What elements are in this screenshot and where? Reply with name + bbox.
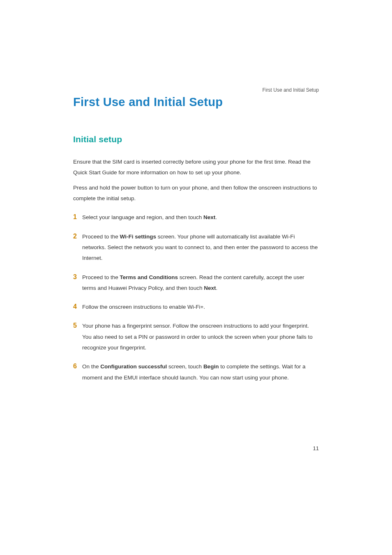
document-page: First Use and Initial Setup First Use an…	[0, 0, 392, 555]
bold-term: Begin	[203, 363, 219, 370]
step-number: 4	[73, 302, 82, 312]
list-item: 6 On the Configuration successful screen…	[73, 361, 319, 383]
page-title: First Use and Initial Setup	[73, 95, 319, 109]
text-run: Select your language and region, and the…	[82, 214, 203, 220]
bold-term: Next	[203, 214, 215, 220]
intro-paragraph-1: Ensure that the SIM card is inserted cor…	[73, 157, 319, 178]
text-run: Follow the onscreen instructions to enab…	[82, 304, 205, 310]
text-run: .	[215, 214, 217, 220]
list-item: 1 Select your language and region, and t…	[73, 212, 319, 223]
list-item: 5 Your phone has a fingerprint sensor. F…	[73, 321, 319, 353]
step-text: Proceed to the Terms and Conditions scre…	[82, 272, 319, 294]
bold-term: Wi-Fi settings	[120, 234, 156, 240]
section-heading: Initial setup	[73, 134, 319, 144]
list-item: 2 Proceed to the Wi-Fi settings screen. …	[73, 231, 319, 264]
list-item: 3 Proceed to the Terms and Conditions sc…	[73, 272, 319, 294]
step-number: 6	[73, 361, 82, 371]
text-run: screen, touch	[167, 363, 203, 370]
text-run: Proceed to the	[82, 274, 120, 280]
intro-paragraph-2: Press and hold the power button to turn …	[73, 183, 319, 204]
step-number: 5	[73, 321, 82, 331]
text-run: .	[216, 285, 217, 291]
step-number: 1	[73, 212, 82, 222]
text-run: Proceed to the	[82, 234, 120, 240]
ordered-steps-list: 1 Select your language and region, and t…	[73, 212, 319, 383]
step-number: 3	[73, 272, 82, 282]
bold-term: Next	[204, 285, 216, 291]
step-text: Follow the onscreen instructions to enab…	[82, 302, 319, 312]
page-number: 11	[313, 445, 319, 451]
text-run: Your phone has a fingerprint sensor. Fol…	[82, 323, 313, 351]
running-header: First Use and Initial Setup	[263, 87, 319, 93]
step-text: On the Configuration successful screen, …	[82, 361, 319, 383]
step-text: Proceed to the Wi-Fi settings screen. Yo…	[82, 231, 319, 264]
step-number: 2	[73, 231, 82, 241]
bold-term: Terms and Conditions	[120, 274, 178, 280]
step-text: Your phone has a fingerprint sensor. Fol…	[82, 321, 319, 353]
list-item: 4 Follow the onscreen instructions to en…	[73, 302, 319, 312]
step-text: Select your language and region, and the…	[82, 212, 319, 223]
bold-term: Configuration successful	[100, 363, 167, 370]
text-run: On the	[82, 363, 100, 370]
